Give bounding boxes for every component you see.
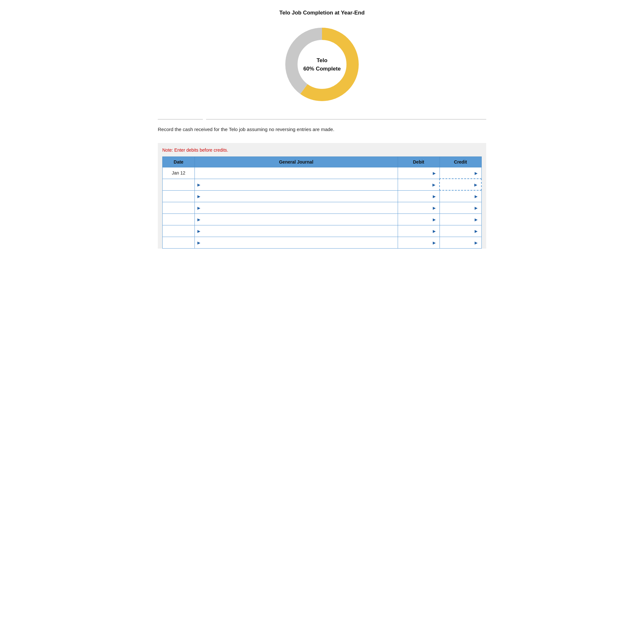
donut-label-line2: 60% Complete — [303, 65, 341, 71]
donut-center-text: Telo 60% Complete — [303, 56, 341, 73]
header-date: Date — [163, 156, 195, 167]
debit-arrow-icon: ▶ — [433, 241, 436, 245]
divider-short — [158, 119, 203, 119]
cell-debit-1[interactable]: ▶ — [398, 179, 440, 190]
debit-arrow-icon: ▶ — [433, 229, 436, 233]
cell-date-5[interactable] — [163, 225, 195, 237]
divider — [158, 119, 486, 119]
cell-date-0[interactable]: Jan 12 — [163, 167, 195, 179]
table-row: ▶▶▶ — [163, 225, 482, 237]
debit-arrow-icon: ▶ — [433, 217, 436, 222]
cell-date-2[interactable] — [163, 190, 195, 202]
cell-date-6[interactable] — [163, 237, 195, 248]
table-row: ▶▶▶ — [163, 237, 482, 248]
chart-section: Telo Job Completion at Year-End Telo 60%… — [158, 10, 486, 106]
cell-journal-3[interactable]: ▶ — [195, 202, 398, 213]
cell-date-1[interactable] — [163, 179, 195, 190]
cell-journal-2[interactable]: ▶ — [195, 190, 398, 202]
table-row: Jan 12▶▶ — [163, 167, 482, 179]
table-section: Note: Enter debits before credits. Date … — [158, 143, 486, 249]
debit-arrow-icon: ▶ — [433, 206, 436, 210]
donut-label-line1: Telo — [317, 57, 327, 63]
table-row: ▶▶▶ — [163, 213, 482, 225]
credit-arrow-icon: ▶ — [475, 194, 478, 199]
cell-credit-5[interactable]: ▶ — [440, 225, 481, 237]
debit-arrow-icon: ▶ — [433, 171, 436, 175]
credit-arrow-icon: ▶ — [475, 229, 478, 233]
cell-date-4[interactable] — [163, 213, 195, 225]
cell-credit-1[interactable]: ▶ — [440, 179, 481, 190]
credit-arrow-icon: ▶ — [474, 183, 477, 187]
header-journal: General Journal — [195, 156, 398, 167]
arrow-icon: ▶ — [197, 206, 200, 210]
chart-title: Telo Job Completion at Year-End — [279, 10, 365, 16]
arrow-icon: ▶ — [197, 229, 200, 233]
cell-debit-3[interactable]: ▶ — [398, 202, 440, 213]
cell-journal-1[interactable]: ▶ — [195, 179, 398, 190]
cell-debit-0[interactable]: ▶ — [398, 167, 440, 179]
arrow-icon: ▶ — [197, 194, 200, 199]
cell-credit-2[interactable]: ▶ — [440, 190, 481, 202]
cell-credit-3[interactable]: ▶ — [440, 202, 481, 213]
header-credit: Credit — [440, 156, 481, 167]
table-row: ▶▶▶ — [163, 179, 482, 190]
table-header-row: Date General Journal Debit Credit — [163, 156, 482, 167]
cell-credit-6[interactable]: ▶ — [440, 237, 481, 248]
instruction-text: Record the cash received for the Telo jo… — [158, 126, 377, 133]
credit-arrow-icon: ▶ — [475, 206, 478, 210]
cell-credit-0[interactable]: ▶ — [440, 167, 481, 179]
debit-arrow-icon: ▶ — [432, 183, 435, 187]
divider-long — [206, 119, 486, 119]
cell-journal-5[interactable]: ▶ — [195, 225, 398, 237]
journal-table: Date General Journal Debit Credit Jan 12… — [162, 156, 482, 249]
cell-credit-4[interactable]: ▶ — [440, 213, 481, 225]
table-row: ▶▶▶ — [163, 202, 482, 213]
credit-arrow-icon: ▶ — [475, 217, 478, 222]
cell-journal-4[interactable]: ▶ — [195, 213, 398, 225]
credit-arrow-icon: ▶ — [475, 241, 478, 245]
table-row: ▶▶▶ — [163, 190, 482, 202]
cell-debit-2[interactable]: ▶ — [398, 190, 440, 202]
arrow-icon: ▶ — [197, 217, 200, 222]
arrow-icon: ▶ — [197, 241, 200, 245]
cell-debit-5[interactable]: ▶ — [398, 225, 440, 237]
header-debit: Debit — [398, 156, 440, 167]
cell-debit-6[interactable]: ▶ — [398, 237, 440, 248]
cell-journal-0[interactable] — [195, 167, 398, 179]
credit-arrow-icon: ▶ — [475, 171, 478, 175]
cell-journal-6[interactable]: ▶ — [195, 237, 398, 248]
donut-chart: Telo 60% Complete — [280, 23, 364, 106]
cell-date-3[interactable] — [163, 202, 195, 213]
cell-debit-4[interactable]: ▶ — [398, 213, 440, 225]
note-text: Note: Enter debits before credits. — [162, 147, 482, 153]
arrow-icon: ▶ — [197, 183, 200, 187]
debit-arrow-icon: ▶ — [433, 194, 436, 199]
